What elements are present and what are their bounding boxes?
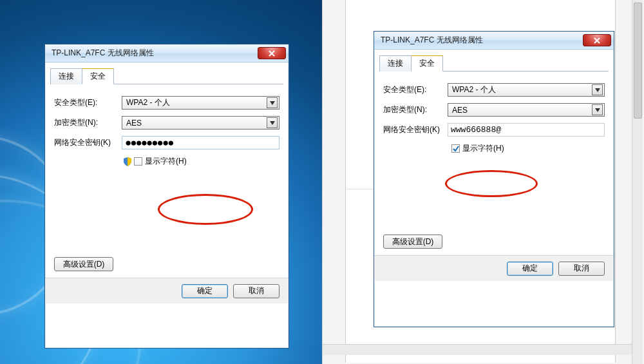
security-key-row: 网络安全密钥(K) ●●●●●●●●● <box>54 136 279 149</box>
dialog-body: 安全类型(E): WPA2 - 个人 加密类型(N): AES 网络安全密钥(K… <box>45 84 289 278</box>
close-button[interactable] <box>583 34 611 46</box>
dialog-title: TP-LINK_A7FC 无线网络属性 <box>381 35 483 46</box>
show-chars-row: 显示字符(H) <box>451 143 605 154</box>
close-icon <box>594 37 600 44</box>
encryption-type-select[interactable]: AES <box>122 116 279 129</box>
encryption-type-label: 加密类型(N): <box>383 104 448 115</box>
security-type-value: WPA2 - 个人 <box>126 97 267 108</box>
tab-security[interactable]: 安全 <box>411 55 443 72</box>
security-type-value: WPA2 - 个人 <box>452 84 592 95</box>
dialog-button-row: 确定 取消 <box>45 278 289 303</box>
close-button[interactable] <box>258 47 286 59</box>
security-key-label: 网络安全密钥(K) <box>54 137 122 148</box>
wifi-properties-dialog-hidden: TP-LINK_A7FC 无线网络属性 连接 安全 安全类型(E): WPA2 … <box>44 44 289 349</box>
encryption-type-value: AES <box>452 106 592 115</box>
encryption-type-label: 加密类型(N): <box>54 117 122 128</box>
security-key-value: www666888@ <box>451 125 501 135</box>
encryption-type-row: 加密类型(N): AES <box>54 116 279 129</box>
show-characters-checkbox[interactable] <box>451 144 460 153</box>
dialog-button-row: 确定 取消 <box>374 255 614 281</box>
ok-button[interactable]: 确定 <box>182 284 228 298</box>
dropdown-arrow <box>267 117 278 128</box>
advanced-settings-button[interactable]: 高级设置(D) <box>54 257 113 271</box>
encryption-type-row: 加密类型(N): AES <box>383 103 605 117</box>
wifi-properties-dialog-shown: TP-LINK_A7FC 无线网络属性 连接 安全 安全类型(E): WPA2 … <box>374 31 614 327</box>
security-key-input[interactable]: ●●●●●●●●● <box>122 136 279 149</box>
show-chars-row: 显示字符(H) <box>122 156 279 167</box>
show-characters-checkbox[interactable] <box>134 157 142 166</box>
ok-button[interactable]: 确定 <box>507 262 553 276</box>
dropdown-arrow <box>267 97 278 108</box>
encryption-type-select[interactable]: AES <box>448 103 605 117</box>
dropdown-arrow <box>592 84 603 95</box>
security-type-select[interactable]: WPA2 - 个人 <box>448 83 605 97</box>
cancel-button[interactable]: 取消 <box>233 284 279 298</box>
tab-connect[interactable]: 连接 <box>379 55 412 72</box>
security-type-label: 安全类型(E): <box>54 97 122 108</box>
dialog-title: TP-LINK_A7FC 无线网络属性 <box>52 48 154 59</box>
security-type-label: 安全类型(E): <box>383 84 448 95</box>
security-type-row: 安全类型(E): WPA2 - 个人 <box>383 83 605 97</box>
security-key-input[interactable]: www666888@ <box>448 123 605 137</box>
vertical-scrollbar[interactable] <box>632 0 643 364</box>
uac-shield-icon <box>122 157 133 167</box>
dialog-body: 安全类型(E): WPA2 - 个人 加密类型(N): AES 网络安全密钥(K… <box>374 72 614 255</box>
security-type-row: 安全类型(E): WPA2 - 个人 <box>54 96 279 110</box>
encryption-type-value: AES <box>126 119 267 128</box>
close-icon <box>269 50 275 57</box>
dialog-titlebar[interactable]: TP-LINK_A7FC 无线网络属性 <box>374 32 614 50</box>
dropdown-arrow <box>592 104 603 115</box>
tab-security[interactable]: 安全 <box>82 68 114 84</box>
horizontal-scrollbar[interactable] <box>323 344 632 355</box>
show-characters-label: 显示字符(H) <box>145 156 187 167</box>
cancel-button[interactable]: 取消 <box>558 262 605 276</box>
security-key-label: 网络安全密钥(K) <box>383 124 448 135</box>
security-key-value: ●●●●●●●●● <box>125 139 173 148</box>
security-type-select[interactable]: WPA2 - 个人 <box>122 96 279 110</box>
dialog-titlebar[interactable]: TP-LINK_A7FC 无线网络属性 <box>45 44 289 62</box>
show-characters-label: 显示字符(H) <box>462 143 504 154</box>
dialog-tabs: 连接 安全 <box>379 55 609 72</box>
scrollbar-thumb[interactable] <box>634 3 642 119</box>
advanced-settings-button[interactable]: 高级设置(D) <box>383 235 442 249</box>
tab-connect[interactable]: 连接 <box>50 68 82 84</box>
security-key-row: 网络安全密钥(K) www666888@ <box>383 123 605 137</box>
dialog-tabs: 连接 安全 <box>50 68 283 84</box>
